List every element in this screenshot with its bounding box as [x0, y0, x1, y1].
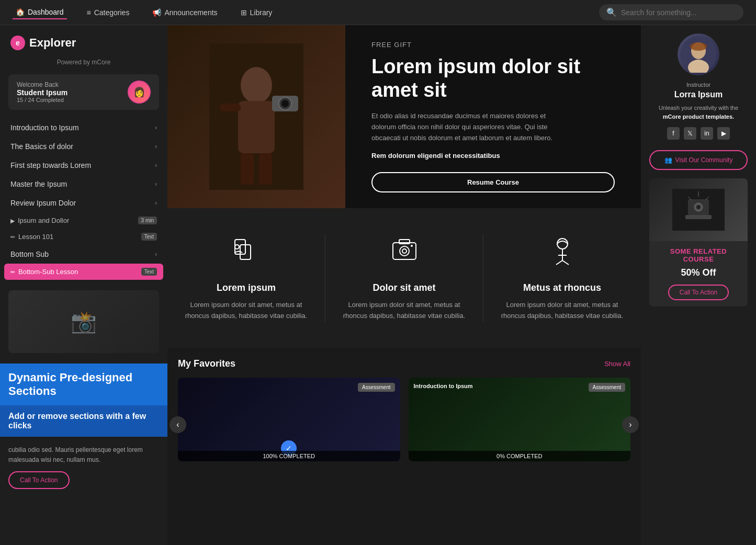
nav-dashboard-label: Dashboard: [28, 8, 64, 16]
main-layout: e Explorer Powered by mCore Welcome Back…: [0, 25, 756, 545]
sidebar-logo: e Explorer: [0, 36, 167, 59]
community-label: Visit Our Community: [675, 156, 733, 164]
feature-1-desc: Lorem ipsum dolor sit amet, metus at rho…: [183, 300, 309, 322]
feature-1-icon: [231, 234, 262, 272]
feature-2: Dolor sit amet Lorem ipsum dolor sit ame…: [325, 234, 483, 322]
nav-library[interactable]: ⊞ Library: [238, 6, 276, 19]
sidebar: e Explorer Powered by mCore Welcome Back…: [0, 25, 167, 545]
search-bar[interactable]: 🔍: [599, 4, 743, 20]
sidebar-item-master[interactable]: Master the Ipsum ›: [4, 175, 163, 194]
logo-text: Explorer: [29, 36, 76, 50]
sidebar-placeholder-image: 📸: [8, 290, 159, 353]
visit-community-button[interactable]: 👥 Visit Our Community: [649, 150, 748, 170]
progress-text: 15 / 24 Completed: [17, 97, 67, 103]
related-cta-button[interactable]: Call To Action: [668, 285, 729, 300]
bottom-card-description: cubilia odio sed. Mauris pellentesque eg…: [8, 445, 159, 465]
related-course-card: SOME RELATED COURSE 50% Off Call To Acti…: [649, 178, 748, 306]
instructor-description: Unleash your creativity with the mCore p…: [649, 104, 748, 121]
youtube-icon[interactable]: ▶: [717, 127, 730, 140]
svg-point-6: [281, 100, 289, 107]
announcements-icon: 📢: [152, 8, 161, 17]
nav-announcements[interactable]: 📢 Announcements: [149, 6, 220, 19]
sidebar-image: 📸: [8, 290, 159, 353]
svg-point-13: [400, 246, 409, 256]
hero-description: Et odio alias id recusandae ducimus et m…: [371, 111, 560, 143]
menu-item-label: Bottom Sub: [10, 250, 49, 258]
play-icon: ▶: [10, 218, 15, 224]
feature-3-title: Metus at rhoncus: [523, 282, 601, 293]
features-section: Lorem ipsum Lorem ipsum dolor sit amet, …: [167, 208, 641, 348]
facebook-icon[interactable]: f: [667, 127, 680, 140]
hero-title: Lorem ipsum dolor sit amet sit: [371, 55, 615, 103]
menu-item-label: Master the Ipsum: [10, 180, 67, 188]
feature-3-desc: Lorem ipsum dolor sit amet, metus at rho…: [499, 300, 625, 322]
chevron-right-icon: ›: [155, 199, 157, 207]
lesson-badge: Text: [141, 233, 157, 241]
twitter-icon[interactable]: 𝕏: [684, 127, 696, 140]
favorite-card-2[interactable]: Introduction to Ipsum Assessment 0% COMP…: [409, 378, 631, 461]
search-icon: 🔍: [606, 7, 617, 17]
fav-card-2-label: Introduction to Ipsum: [414, 383, 473, 389]
svg-rect-3: [220, 104, 241, 111]
related-card-image: [649, 178, 748, 241]
fav-card-2-image: Introduction to Ipsum Assessment 0% COMP…: [409, 378, 631, 461]
sidebar-item-review[interactable]: Review Ipsum Dolor ›: [4, 194, 163, 212]
welcome-label: Welcome Back: [17, 81, 67, 88]
hero-section: FREE GIFT Lorem ipsum dolor sit amet sit…: [167, 25, 641, 208]
fav-card-1-badge: Assessment: [358, 383, 394, 392]
home-icon: 🏠: [16, 8, 25, 16]
sidebar-lesson-bottomsub[interactable]: ✏Bottom-Sub Lesson Text: [4, 264, 163, 280]
svg-point-14: [402, 249, 407, 253]
nav-categories-label: Categories: [94, 8, 130, 17]
sidebar-item-firststep[interactable]: First step towards Lorem ›: [4, 156, 163, 175]
content-area: FREE GIFT Lorem ipsum dolor sit amet sit…: [167, 25, 641, 545]
instructor-name: Lorra Ipsum: [649, 90, 748, 99]
feature-1: Lorem ipsum Lorem ipsum dolor sit amet, …: [167, 234, 325, 322]
chevron-right-icon: ›: [155, 251, 157, 258]
community-icon: 👥: [664, 156, 672, 164]
sidebar-item-basics[interactable]: The Basics of dolor ›: [4, 137, 163, 156]
svg-point-17: [557, 239, 568, 249]
favorites-header: My Favorites Show All: [167, 348, 641, 378]
svg-rect-7: [241, 153, 254, 185]
related-course-title: SOME RELATED COURSE: [656, 247, 741, 263]
svg-point-16: [411, 245, 413, 247]
resume-course-button[interactable]: Resume Course: [371, 172, 615, 192]
favorite-card-1[interactable]: Assessment ✓ 100% COMPLETED: [178, 378, 400, 461]
instructor-avatar: [678, 33, 719, 75]
nav-library-label: Library: [250, 8, 273, 17]
library-icon: ⊞: [241, 8, 247, 17]
nav-announcements-label: Announcements: [164, 8, 217, 17]
logo-icon: e: [10, 36, 25, 50]
svg-point-21: [690, 42, 707, 51]
banner-subtitle: Add or remove sections with a few clicks: [8, 412, 159, 430]
sidebar-lesson-101[interactable]: ✏Lesson 101 Text: [4, 229, 163, 245]
bottom-cta-button[interactable]: Call To Action: [8, 471, 70, 489]
carousel-next-button[interactable]: ›: [622, 416, 639, 433]
sidebar-lesson-ipsum-dollor[interactable]: ▶Ipsum and Dollor 3 min: [4, 212, 163, 229]
svg-rect-24: [685, 215, 712, 219]
lesson-badge: 3 min: [138, 217, 157, 224]
chevron-right-icon: ›: [155, 124, 157, 131]
sidebar-item-introduction[interactable]: Introduction to Ipsum ›: [4, 118, 163, 137]
feature-2-title: Dolor sit amet: [373, 282, 435, 293]
svg-rect-2: [238, 101, 275, 153]
linkedin-icon[interactable]: in: [701, 127, 713, 140]
bottom-content-card: cubilia odio sed. Mauris pellentesque eg…: [0, 437, 167, 497]
edit-icon: ✏: [10, 234, 15, 240]
svg-point-26: [696, 205, 701, 209]
chevron-right-icon: ›: [155, 180, 157, 188]
search-input[interactable]: [621, 8, 736, 17]
lesson-badge: Text: [141, 268, 157, 276]
top-navigation: 🏠 Dashboard ≡ Categories 📢 Announcements…: [0, 0, 756, 25]
sidebar-menu: Introduction to Ipsum › The Basics of do…: [0, 118, 167, 280]
instructor-label: Instructor: [649, 82, 748, 88]
fav-card-2-badge: Assessment: [589, 383, 625, 392]
right-panel: Instructor Lorra Ipsum Unleash your crea…: [641, 25, 756, 545]
show-all-link[interactable]: Show All: [604, 360, 630, 368]
lesson-label: Lesson 101: [18, 233, 53, 241]
nav-categories[interactable]: ≡ Categories: [84, 6, 133, 19]
sidebar-item-bottomsub[interactable]: Bottom Sub ›: [4, 245, 163, 264]
carousel-prev-button[interactable]: ‹: [170, 416, 186, 433]
nav-dashboard[interactable]: 🏠 Dashboard: [13, 6, 67, 19]
